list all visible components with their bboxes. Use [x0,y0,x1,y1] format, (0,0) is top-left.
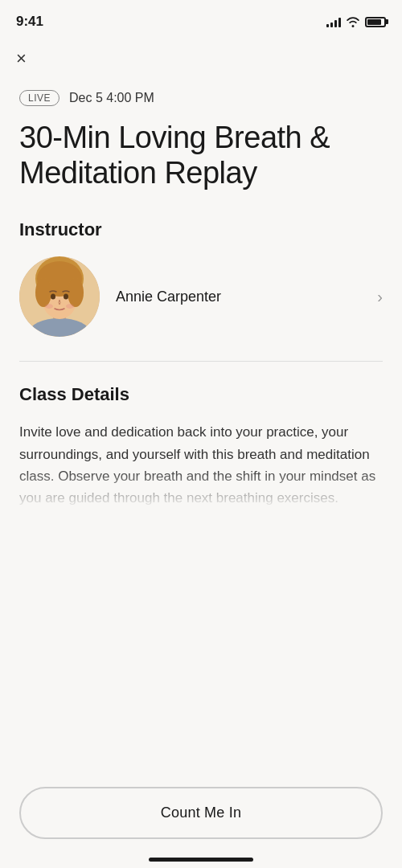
bottom-cta: Count Me In [0,774,402,868]
chevron-right-icon: › [377,288,383,306]
close-button[interactable]: × [0,40,402,77]
wifi-icon [346,16,360,27]
svg-point-7 [35,278,51,307]
class-details-text: Invite love and dedication back into you… [19,421,383,509]
count-me-in-button[interactable]: Count Me In [19,787,383,839]
close-icon: × [16,48,27,68]
signal-icon [326,16,341,27]
svg-point-9 [51,294,55,300]
class-details-label: Class Details [19,384,383,405]
status-bar: 9:41 [0,0,402,40]
instructor-section-label: Instructor [19,219,383,240]
home-indicator [149,858,253,862]
event-datetime: Dec 5 4:00 PM [69,91,154,105]
section-divider [19,361,383,362]
status-icons [326,16,386,27]
instructor-row[interactable]: Annie Carpenter › [19,256,383,337]
svg-point-10 [64,294,68,300]
class-title: 30-Min Loving Breath & Meditation Replay [19,121,383,190]
class-details-wrapper: Invite love and dedication back into you… [19,421,383,509]
instructor-name: Annie Carpenter [116,289,221,305]
svg-point-11 [45,304,53,309]
svg-point-8 [68,278,84,307]
instructor-avatar-img [19,256,100,337]
main-content: LIVE Dec 5 4:00 PM 30-Min Loving Breath … [0,77,402,605]
event-meta: LIVE Dec 5 4:00 PM [19,90,383,106]
status-time: 9:41 [16,14,43,30]
instructor-avatar [19,256,100,337]
svg-point-12 [66,304,74,309]
battery-icon [365,17,386,27]
live-badge: LIVE [19,90,59,106]
